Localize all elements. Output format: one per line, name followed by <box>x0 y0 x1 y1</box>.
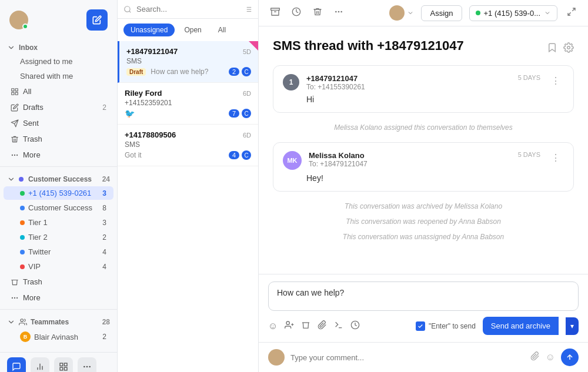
contacts-icon[interactable] <box>54 357 73 372</box>
sidebar-item-vip[interactable]: VIP 4 <box>4 260 113 273</box>
archive-icon[interactable] <box>268 5 282 21</box>
sidebar: Inbox Assigned to me Shared with me All … <box>0 0 118 372</box>
inbox-section[interactable]: Inbox <box>0 39 117 54</box>
search-input[interactable] <box>136 5 239 14</box>
enter-send-checkbox[interactable] <box>416 321 425 331</box>
conversation-item[interactable]: Riley Ford 6D +14152359201 🐦 7 C <box>118 83 258 125</box>
sender-avatar: MK <box>283 151 302 170</box>
blair-count: 2 <box>102 333 106 341</box>
sidebar-item-tier2[interactable]: Tier 2 2 <box>4 230 113 244</box>
phone-label: +1 (415) 539-0261 <box>28 189 91 197</box>
teammates-section[interactable]: Teammates 28 <box>0 313 117 329</box>
send-comment-button[interactable] <box>561 348 579 366</box>
snooze-icon[interactable] <box>289 5 303 21</box>
trash-icon[interactable] <box>310 5 325 21</box>
emoji-icon[interactable]: ☺ <box>268 321 278 331</box>
sidebar-item-more[interactable]: More <box>4 148 113 162</box>
conversation-tabs: Unassigned Open All <box>118 19 258 41</box>
more-icon[interactable] <box>332 5 346 21</box>
inbox-chevron-icon[interactable] <box>544 9 551 16</box>
emoji-comment-icon[interactable]: ☺ <box>546 352 555 363</box>
tier2-label: Tier 2 <box>28 233 48 242</box>
online-indicator <box>22 24 28 29</box>
customer-success-section[interactable]: Customer Success 24 <box>0 170 117 186</box>
svg-line-38 <box>568 12 571 15</box>
thread-actions <box>547 42 574 55</box>
sender-name: Melissa Kolano <box>309 151 368 160</box>
inbox-label: +1 (415) 539-0... <box>484 9 540 18</box>
add-contact-icon[interactable] <box>285 320 294 332</box>
draft-tag: Draft <box>126 68 146 76</box>
sidebar-item-sent[interactable]: Sent <box>4 116 113 130</box>
inbox-selector[interactable]: +1 (415) 539-0... <box>469 5 557 21</box>
conv-badge: 4 <box>229 151 239 159</box>
sidebar-item-trash[interactable]: Trash <box>4 132 113 146</box>
more-label2: More <box>23 293 41 302</box>
compose-input[interactable]: How can we help? <box>268 281 579 311</box>
message-more-icon[interactable]: ⋮ <box>547 151 564 165</box>
sidebar-item-customer-success2[interactable]: Customer Success 8 <box>4 201 113 215</box>
sidebar-item-trash2[interactable]: Trash <box>4 274 113 289</box>
inbox-bottom-icon[interactable] <box>7 357 26 372</box>
tab-open[interactable]: Open <box>177 24 208 36</box>
chart-icon[interactable] <box>31 357 49 372</box>
bookmark-icon[interactable] <box>547 42 557 55</box>
message-time: 5 DAYS <box>518 151 540 158</box>
attachment-comment-icon[interactable] <box>530 351 540 363</box>
expand-icon[interactable] <box>564 5 579 21</box>
chevron-down-icon[interactable] <box>407 9 414 16</box>
avatar[interactable] <box>9 11 28 29</box>
cs2-count: 8 <box>102 204 106 212</box>
blair-label: Blair Avinash <box>34 333 78 341</box>
sidebar-item-tier1[interactable]: Tier 1 3 <box>4 216 113 229</box>
delete-icon[interactable] <box>301 320 310 332</box>
twitter-icon: 🐦 <box>125 109 135 118</box>
tab-unassigned[interactable]: Unassigned <box>123 24 175 36</box>
assign-button[interactable]: Assign <box>421 5 462 21</box>
all-label: All <box>23 87 31 96</box>
phone-dot <box>20 191 25 196</box>
send-archive-button[interactable]: Send and archive <box>483 317 559 335</box>
message-thread: SMS thread with +18479121047 1 +18479121… <box>259 26 588 274</box>
svg-point-9 <box>14 297 15 298</box>
message-body: Hi <box>283 95 564 104</box>
sidebar-item-all[interactable]: All <box>4 84 113 99</box>
svg-point-12 <box>21 319 24 322</box>
svg-point-23 <box>125 6 130 11</box>
template-icon[interactable] <box>334 320 343 332</box>
send-archive-caret[interactable]: ▾ <box>566 317 579 335</box>
conversation-item[interactable]: +14178809506 6D SMS Got it 4 C <box>118 125 258 166</box>
settings-icon[interactable] <box>563 42 574 55</box>
conversation-item[interactable]: +18479121047 5D SMS Draft How can we hel… <box>118 41 258 83</box>
sidebar-top <box>0 6 117 39</box>
system-messages-group: This conversation was archived by Meliss… <box>273 199 574 244</box>
enter-to-send: "Enter" to send <box>416 321 476 331</box>
message-more-icon[interactable]: ⋮ <box>547 74 564 88</box>
sidebar-item-drafts[interactable]: Drafts 2 <box>4 100 113 115</box>
svg-point-6 <box>14 155 15 155</box>
schedule-icon[interactable] <box>350 320 360 332</box>
svg-rect-3 <box>12 92 14 95</box>
twitter-dot <box>20 250 25 254</box>
comment-input[interactable] <box>290 353 524 362</box>
conv-badge-c: C <box>242 67 251 76</box>
filter-icon[interactable] <box>244 5 252 14</box>
svg-rect-19 <box>64 367 67 370</box>
vip-label: VIP <box>28 262 41 271</box>
sidebar-item-shared-with-me[interactable]: Shared with me <box>4 69 113 83</box>
customer-success-label2: Customer Success <box>28 203 92 212</box>
sidebar-item-more2[interactable]: More <box>4 290 113 305</box>
compose-button[interactable] <box>86 9 108 31</box>
search-bar <box>118 0 258 19</box>
svg-point-40 <box>286 321 289 324</box>
sidebar-item-assigned-to-me[interactable]: Assigned to me <box>4 55 113 68</box>
svg-point-20 <box>86 366 87 367</box>
sidebar-item-twitter[interactable]: Twitter 4 <box>4 245 113 259</box>
sidebar-item-blair[interactable]: B Blair Avinash 2 <box>4 329 113 344</box>
attachment-icon[interactable] <box>318 320 327 332</box>
vip-dot <box>20 264 25 269</box>
sidebar-item-phone[interactable]: +1 (415) 539-0261 3 <box>4 186 113 200</box>
tab-all[interactable]: All <box>211 24 233 36</box>
system-message: This conversation was archived by Meliss… <box>273 199 574 214</box>
more-bottom-icon[interactable] <box>78 357 96 372</box>
